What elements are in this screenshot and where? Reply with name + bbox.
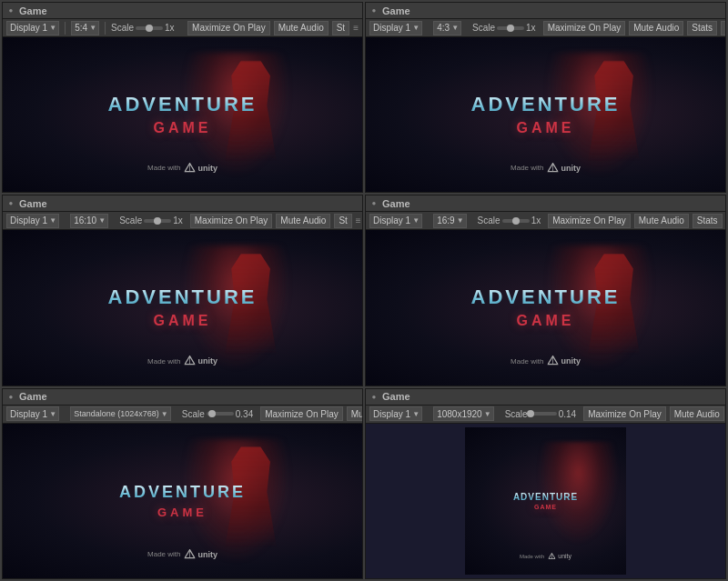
display-dropdown-4[interactable]: Display 1 ▼: [369, 214, 422, 228]
game-panel-6: ● Game Display 1 ▼ 1080x1920 ▼ Scale 0.1…: [365, 388, 726, 579]
dropdown-arrow-icon-2: ▼: [412, 24, 420, 32]
aspect-dropdown-2[interactable]: 4:3 ▼: [433, 21, 461, 35]
aspect-dropdown-5[interactable]: Standalone (1024x768) ▼: [70, 406, 171, 421]
aspect-dropdown-3[interactable]: 16:10 ▼: [70, 214, 108, 228]
unity-icon-4: [547, 356, 558, 366]
panel-title-1: Game: [19, 5, 47, 16]
adventure-title-1: ADVENTURE: [108, 93, 258, 116]
dropdown-arrow-icon-5: ▼: [49, 410, 56, 418]
scale-control-3: Scale 1x: [119, 215, 183, 225]
game-panel-1: ● Game Display 1 ▼ 5:4 ▼ Scale 1x Maximi…: [2, 2, 363, 193]
aspect-dropdown-1[interactable]: 5:4 ▼: [71, 21, 99, 35]
unity-icon-5: [184, 549, 195, 560]
unity-logo-2: unity: [547, 163, 581, 174]
maximize-on-play-btn-3[interactable]: Maximize On Play: [190, 214, 273, 228]
close-icon[interactable]: ●: [6, 6, 15, 15]
close-icon-5[interactable]: ●: [6, 392, 15, 401]
maximize-on-play-btn-6[interactable]: Maximize On Play: [583, 406, 666, 421]
adventure-title-5: ADVENTURE: [119, 483, 246, 502]
maximize-on-play-btn-4[interactable]: Maximize On Play: [548, 214, 631, 228]
panel-title-6: Game: [382, 391, 410, 402]
game-viewport-3: ADVENTURE GAME Made with unity: [3, 230, 362, 385]
separator: [65, 22, 66, 35]
scale-slider-2[interactable]: [497, 26, 524, 30]
scale-slider-6[interactable]: [530, 412, 557, 416]
panel-header-5: ● Game: [3, 389, 362, 406]
scale-slider-4[interactable]: [502, 219, 530, 223]
more-options-1[interactable]: ≡: [353, 23, 359, 33]
mute-audio-btn-3[interactable]: Mute Audio: [276, 214, 330, 228]
unity-icon-1: [184, 163, 195, 174]
dropdown-arrow-icon-4: ▼: [412, 216, 420, 225]
stats-btn-4[interactable]: Stats: [693, 214, 723, 228]
panel-toolbar-6: Display 1 ▼ 1080x1920 ▼ Scale 0.14 Maxim…: [366, 406, 725, 424]
game-panel-2: ● Game Display 1 ▼ 4:3 ▼ Scale 1x Maximi…: [365, 2, 726, 193]
close-icon-2[interactable]: ●: [369, 6, 379, 15]
made-with-4: Made with unity: [511, 356, 581, 366]
scale-slider-1[interactable]: [136, 26, 163, 30]
mute-audio-btn-1[interactable]: Mute Audio: [274, 21, 329, 35]
display-dropdown-5[interactable]: Display 1 ▼: [6, 406, 59, 421]
adventure-text-3: ADVENTURE: [108, 285, 258, 309]
adventure-text-5: ADVENTURE: [119, 483, 246, 502]
maximize-on-play-btn-2[interactable]: Maximize On Play: [543, 21, 626, 35]
stats-btn-2[interactable]: Stats: [687, 21, 717, 35]
scale-control-4: Scale 1x: [478, 215, 541, 225]
stats-btn-3[interactable]: St: [334, 214, 351, 228]
unity-logo-3: unity: [184, 356, 217, 366]
game-screen-4: ADVENTURE GAME Made with unity: [366, 230, 725, 385]
dropdown-arrow-icon-5b: ▼: [161, 410, 168, 418]
panel-toolbar-5: Display 1 ▼ Standalone (1024x768) ▼ Scal…: [3, 406, 362, 424]
dropdown-arrow-icon-6: ▼: [412, 410, 420, 418]
made-with-2: Made with unity: [511, 163, 581, 174]
unity-text-2: unity: [561, 164, 581, 173]
panel-header-4: ● Game: [366, 195, 725, 212]
close-icon-6[interactable]: ●: [369, 392, 379, 401]
more-options-3[interactable]: ≡: [356, 215, 361, 225]
aspect-dropdown-6[interactable]: 1080x1920 ▼: [433, 406, 494, 421]
game-screen-2: ADVENTURE GAME Made with unity: [366, 37, 725, 192]
game-screen-6: ADVENTURE GAME Made with unity: [366, 424, 725, 578]
game-text-5: GAME: [157, 506, 207, 519]
scale-control-2: Scale 1x: [472, 23, 536, 33]
adventure-text-1: ADVENTURE: [108, 93, 258, 116]
panel-toolbar-1: Display 1 ▼ 5:4 ▼ Scale 1x Maximize On P…: [3, 19, 362, 37]
unity-text-3: unity: [197, 356, 217, 366]
aspect-dropdown-4[interactable]: 16:9 ▼: [433, 214, 466, 228]
maximize-on-play-btn-1[interactable]: Maximize On Play: [187, 21, 270, 35]
mute-audio-btn-4[interactable]: Mute Audio: [634, 214, 689, 228]
panel-header-3: ● Game: [3, 195, 362, 212]
mute-audio-btn-5[interactable]: Mute Audio: [347, 406, 363, 421]
unity-icon-6: [548, 553, 555, 560]
stats-btn-1[interactable]: St: [332, 21, 349, 35]
display-dropdown-1[interactable]: Display 1 ▼: [6, 21, 59, 35]
close-icon-3[interactable]: ●: [6, 199, 15, 208]
mute-audio-btn-6[interactable]: Mute Audio: [670, 406, 724, 421]
unity-logo-1: unity: [184, 163, 217, 174]
panel-header-2: ● Game: [366, 3, 725, 19]
close-icon-4[interactable]: ●: [369, 199, 379, 208]
maximize-on-play-btn-5[interactable]: Maximize On Play: [260, 406, 343, 421]
display-dropdown-3[interactable]: Display 1 ▼: [6, 214, 59, 228]
display-dropdown-2[interactable]: Display 1 ▼: [369, 21, 422, 35]
unity-logo-6: unity: [548, 553, 571, 560]
unity-logo-4: unity: [547, 356, 581, 366]
scale-slider-5[interactable]: [207, 412, 234, 416]
mute-audio-btn-2[interactable]: Mute Audio: [629, 21, 683, 35]
panel-header-1: ● Game: [3, 3, 362, 19]
game-text-3: GAME: [154, 313, 212, 329]
scale-slider-3[interactable]: [144, 219, 171, 223]
made-with-1: Made with unity: [147, 163, 217, 174]
gizmos-btn-2[interactable]: Gizmos: [721, 21, 726, 35]
panel-header-6: ● Game: [366, 389, 725, 406]
dropdown-arrow-icon-3: ▼: [49, 216, 56, 225]
game-text-6: GAME: [534, 504, 557, 510]
game-panel-4: ● Game Display 1 ▼ 16:9 ▼ Scale 1x Maxim…: [365, 195, 726, 386]
game-panel-3: ● Game Display 1 ▼ 16:10 ▼ Scale 1x Maxi…: [2, 195, 363, 386]
made-with-3: Made with unity: [147, 356, 217, 366]
display-dropdown-6[interactable]: Display 1 ▼: [369, 406, 422, 421]
game-panel-5: ● Game Display 1 ▼ Standalone (1024x768)…: [2, 388, 363, 579]
dropdown-arrow-icon: ▼: [89, 24, 96, 32]
unity-text-6: unity: [558, 553, 571, 559]
game-viewport-5: ADVENTURE GAME Made with unity: [3, 424, 362, 578]
